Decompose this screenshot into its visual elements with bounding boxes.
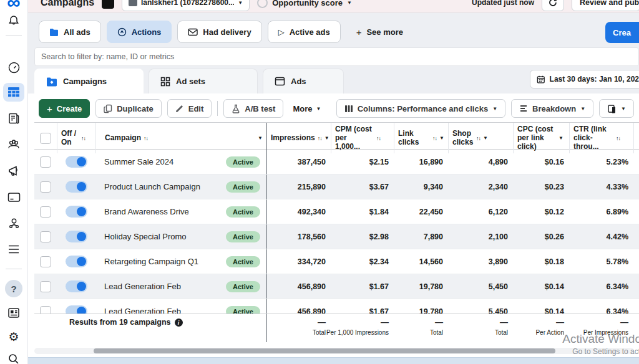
header-campaign[interactable]: Campaign ↑↓ ▼	[95, 123, 267, 153]
impressions-value: 387,450	[267, 150, 331, 174]
page-title: Campaigns	[41, 0, 94, 8]
campaign-name[interactable]: Summer Sale 2024	[104, 157, 173, 166]
tab-ads[interactable]: Ads	[263, 69, 344, 93]
date-range-selector[interactable]: Last 30 days: Jan 10, 2026 -	[530, 70, 639, 89]
tab-campaigns[interactable]: Campaigns	[34, 69, 144, 93]
account-avatar[interactable]	[102, 0, 114, 9]
ads-reporting-pages-icon[interactable]	[3, 109, 24, 128]
info-icon[interactable]: i	[175, 318, 183, 327]
campaign-on-toggle[interactable]	[66, 231, 87, 242]
impressions-value: 334,720	[267, 249, 331, 274]
all-tools-menu-icon[interactable]	[3, 240, 24, 259]
row-checkbox[interactable]	[40, 156, 51, 168]
reports-dropdown[interactable]: ▼	[599, 99, 634, 118]
link-clicks-value: 19,780	[394, 274, 448, 299]
opportunity-score-dropdown[interactable]: Opportunity score ▼	[257, 0, 352, 8]
campaign-on-toggle[interactable]	[66, 181, 87, 193]
campaign-on-toggle[interactable]	[66, 156, 87, 168]
campaign-name[interactable]: Product Launch Campaign	[104, 182, 200, 191]
table-row[interactable]: Product Launch Campaign Active 215,890 $…	[34, 175, 639, 199]
row-checkbox-cell	[34, 249, 57, 274]
header-link-clicks[interactable]: Link clicks ↑↓▼	[394, 123, 448, 153]
account-overview-gauge-icon[interactable]	[3, 58, 24, 77]
refresh-button[interactable]	[542, 0, 564, 11]
row-checkbox[interactable]	[40, 256, 51, 267]
header-cpm[interactable]: CPM (cost per 1,000... ↑↓	[331, 123, 394, 153]
header-ctr[interactable]: CTR (link click-throu... ↑↓	[569, 123, 633, 153]
campaign-name[interactable]: Holiday Special Promo	[104, 232, 187, 241]
row-checkbox[interactable]	[40, 181, 51, 193]
columns-dropdown[interactable]: Columns: Performance and clicks ▼	[336, 99, 505, 118]
ctr-value: 4.42%	[569, 224, 633, 249]
status-badge: Active	[226, 256, 260, 267]
review-publish-button[interactable]: Review and pub...	[572, 0, 639, 11]
advertise-megaphone-icon[interactable]	[3, 161, 24, 180]
table-row[interactable]: Brand Awareness Drive Active 492,340 $1.…	[34, 199, 639, 224]
shop-clicks-value: 6,120	[448, 199, 513, 224]
table-header: Off / On ↑↓ Campaign ↑↓ ▼ Impressions ↑↓…	[34, 122, 639, 150]
tab-ad-sets[interactable]: Ad sets	[149, 69, 258, 93]
sidebar-divider	[6, 36, 22, 36]
header-shop-clicks[interactable]: Shop clicks ↑↓▼	[448, 123, 513, 153]
business-settings-people-icon[interactable]	[3, 214, 24, 232]
campaign-name[interactable]: Lead Generation Feb	[104, 282, 181, 291]
filter-actions[interactable]: Actions	[107, 21, 172, 43]
ad-account-selector[interactable]: lanlskher1 (10782278600.... ▼	[122, 0, 250, 11]
more-dropdown[interactable]: More ▼	[289, 104, 324, 113]
search-filter-input[interactable]: Search to filter by: name, ID or metrics	[34, 47, 639, 66]
campaign-on-toggle[interactable]	[66, 206, 87, 218]
settings-gear-icon[interactable]: ⚙	[3, 327, 24, 346]
horizontal-scrollbar[interactable]	[34, 348, 634, 354]
audiences-people-icon[interactable]	[3, 135, 24, 154]
header-impressions[interactable]: Impressions ↑↓▼	[267, 123, 331, 153]
table-row[interactable]: Lead Generation Feb Active 456,890 $1.67…	[34, 274, 639, 299]
header-off-on[interactable]: Off / On ↑↓	[57, 123, 95, 153]
news-updates-icon[interactable]	[3, 304, 24, 322]
duplicate-button[interactable]: Duplicate	[95, 99, 162, 118]
breakdown-icon	[519, 105, 528, 112]
campaigns-table-icon[interactable]	[3, 83, 24, 102]
ab-test-button[interactable]: A/B test	[223, 99, 283, 118]
table-row[interactable]: Holiday Special Promo Active 178,560 $2.…	[34, 224, 639, 249]
breakdown-dropdown[interactable]: Breakdown ▼	[511, 99, 593, 118]
campaign-on-toggle[interactable]	[66, 280, 87, 292]
filter-active-ads[interactable]: ▷ Active ads	[268, 21, 341, 43]
select-all-checkbox[interactable]	[40, 133, 51, 144]
edit-button[interactable]: Edit	[167, 99, 212, 118]
table-row[interactable]: Retargeting Campaign Q1 Active 334,720 $…	[34, 249, 639, 274]
row-checkbox[interactable]	[40, 281, 51, 292]
filter-chips: All ads Actions Had delivery ▷ Active ad…	[39, 21, 413, 43]
notifications-bell-icon[interactable]	[3, 11, 24, 30]
row-checkbox[interactable]	[40, 206, 51, 218]
row-checkbox[interactable]	[40, 231, 51, 242]
total-link-clicks: — Total	[394, 314, 448, 342]
campaign-on-toggle[interactable]	[66, 256, 87, 267]
chevron-down-icon: ▼	[316, 106, 321, 112]
cpm-value: $1.67	[331, 274, 394, 299]
total-value: —	[556, 317, 564, 327]
pencil-icon	[175, 104, 184, 113]
create-button[interactable]: + Create	[39, 99, 90, 118]
toggle-knob	[77, 182, 86, 191]
plus-icon: +	[356, 27, 362, 37]
chevron-down-icon: ▼	[439, 135, 444, 141]
shop-clicks-value: 2,100	[448, 224, 513, 249]
meta-logo-icon[interactable]: ∞	[3, 0, 24, 7]
header-cpc[interactable]: CPC (cost per link click) ▼	[513, 123, 569, 153]
filter-see-more[interactable]: + See more	[346, 21, 413, 43]
help-icon[interactable]: ?	[5, 280, 22, 297]
scrollbar-thumb[interactable]	[94, 348, 555, 353]
total-impressions: — Total	[267, 314, 331, 342]
columns-icon	[344, 105, 353, 113]
header-label: Off / On	[61, 130, 79, 147]
search-icon[interactable]	[3, 350, 24, 364]
campaign-name[interactable]: Brand Awareness Drive	[104, 207, 189, 216]
campaign-name[interactable]: Retargeting Campaign Q1	[104, 257, 198, 266]
create-button-top[interactable]: Crea	[605, 22, 639, 43]
filter-had-delivery[interactable]: Had delivery	[177, 21, 261, 43]
breakdown-label: Breakdown	[532, 104, 576, 113]
toggle-knob	[77, 232, 86, 241]
filter-all-ads[interactable]: All ads	[39, 21, 101, 43]
table-row[interactable]: Summer Sale 2024 Active 387,450 $2.15 16…	[34, 150, 639, 175]
billing-card-icon[interactable]	[3, 188, 24, 206]
